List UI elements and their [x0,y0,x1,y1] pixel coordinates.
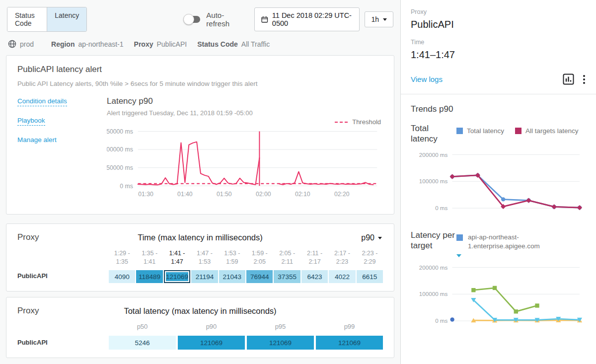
app-root: Status Code Latency Auto-refresh 11 Dec … [0,0,596,364]
target-legend-label: api-ap-northeast-1.enterprise.apigee.com [468,233,586,252]
alert-card: PublicAPI latency alert Public API Laten… [6,55,394,215]
percentile-column: p505246 [109,323,176,350]
manage-alert-link[interactable]: Manage alert [17,136,57,144]
time-table-column: 1:47 -1:5321194 [191,249,218,283]
topbar: Status Code Latency Auto-refresh 11 Dec … [0,0,400,37]
alert-chart-subtitle: Alert triggered Tuesday, Dec 11, 2018 01… [107,109,383,117]
svg-text:50000 ms: 50000 ms [107,164,133,171]
percentile-cell[interactable]: 121069 [247,336,314,350]
time-table-column: 1:29 -1:354090 [109,249,135,283]
condition-details-link[interactable]: Condition details [17,97,67,106]
filter-region-label: Region [51,40,74,48]
percentile-header: p50 [109,323,176,333]
chevron-down-icon [383,18,387,21]
time-bucket-cell[interactable]: 76944 [246,270,273,283]
threshold-dash-icon [335,122,348,123]
time-bucket-cell[interactable]: 37355 [274,270,300,283]
time-table-column: 2:23 -2:296615 [357,249,383,283]
trends-title: Trends p90 [411,104,586,114]
all-targets-legend-label: All targets latency [525,127,579,135]
time-bucket-cell[interactable]: 6615 [357,270,383,283]
svg-text:100000 ms: 100000 ms [107,146,133,153]
time-bucket-cell[interactable]: 4090 [109,270,135,283]
svg-text:01:50: 01:50 [217,191,232,198]
time-table-column: 1:35 -1:41118489 [136,249,162,283]
percentile-dropdown[interactable]: p90 [361,233,382,242]
percentile-cell[interactable]: 121069 [178,336,245,350]
datetime-picker-button[interactable]: 11 Dec 2018 02:29 UTC-0500 [254,7,360,31]
percentile-header: p95 [247,323,314,333]
total-latency-label: Total latency [411,121,456,145]
more-options-icon[interactable] [582,74,586,85]
svg-text:0 ms: 0 ms [120,183,133,190]
total-latency-section: Total latency Total latency All targets … [411,121,586,145]
time-bucket-cell[interactable]: 21043 [219,270,245,283]
threshold-label: Threshold [352,118,381,126]
toggle-knob [183,14,194,25]
environment-chip: prod [8,40,34,48]
svg-text:02:00: 02:00 [256,191,271,198]
time-range-dropdown[interactable]: 1h [365,11,393,27]
total-latency-swatch [456,128,463,134]
total-table-columns: p505246p90121069p95121069p99121069 [109,323,383,350]
alert-chart-block: Latency p90 Alert triggered Tuesday, Dec… [107,96,383,209]
svg-text:100000 ms: 100000 ms [419,178,448,184]
time-bucket-header: 1:47 -1:53 [191,249,218,267]
time-bucket-cell[interactable]: 21194 [191,270,218,283]
time-bucket-header: 2:05 -2:11 [274,249,300,267]
percentile-cell[interactable]: 121069 [316,336,383,350]
environment-value: prod [20,40,34,48]
auto-refresh-toggle[interactable] [185,16,200,23]
time-value: 1:41–1:47 [411,49,586,61]
filter-bar: prod Region ap-northeast-1 Proxy PublicA… [0,37,400,55]
alert-title: PublicAPI latency alert [17,65,383,74]
panel-divider [401,94,596,94]
time-bucket-cell[interactable]: 121069 [164,270,190,283]
trends-legend: Total latency All targets latency [456,127,586,135]
time-table-column: 1:53 -1:5921043 [219,249,245,283]
time-bucket-header: 2:23 -2:29 [357,249,383,267]
total-latency-legend-label: Total latency [467,127,504,135]
proxy-value: PublicAPI [411,19,586,30]
latency-per-target-label: Latency per target [411,228,456,258]
percentile-header: p90 [178,323,245,333]
tab-status-code[interactable]: Status Code [7,7,47,31]
time-label: Time [411,39,586,46]
filter-proxy-label: Proxy [134,40,153,48]
percentile-column: p99121069 [316,323,383,350]
target-dropdown-icon[interactable] [456,254,461,257]
alert-description: Public API Latency alerts, 90th %ile > 6… [17,80,383,87]
bar-chart-icon[interactable] [563,73,574,85]
time-bucket-cell[interactable]: 6423 [301,270,328,283]
filter-region-value: ap-northeast-1 [78,40,123,48]
view-logs-link[interactable]: View logs [411,75,443,83]
all-targets-swatch [515,128,522,134]
chevron-down-icon [378,237,382,239]
svg-text:02:10: 02:10 [295,191,310,198]
filter-status-label: Status Code [197,40,238,48]
auto-refresh-control: Auto-refresh [185,11,240,28]
metric-tab-group: Status Code Latency [7,7,87,32]
time-table-column: 1:59 -2:0576944 [246,249,273,283]
playbook-link[interactable]: Playbook [17,117,45,126]
latency-per-target-chart[interactable]: 200000 ms100000 ms0 ms [411,258,586,334]
time-table-proxy-header: Proxy [17,232,39,242]
tab-latency[interactable]: Latency [47,7,86,31]
time-bucket-header: 1:41 -1:47 [164,249,190,267]
globe-icon [8,40,16,48]
time-range-value: 1h [371,15,379,23]
svg-text:0 ms: 0 ms [435,205,447,211]
time-bucket-cell[interactable]: 118489 [136,270,162,283]
time-bucket-cell[interactable]: 4022 [329,270,355,283]
total-latency-chart[interactable]: 200000 ms100000 ms0 ms [411,146,586,221]
alert-chart[interactable]: 150000 ms100000 ms50000 ms0 ms01:3001:40… [107,124,383,209]
time-table-column: 1:41 -1:47121069 [164,249,190,283]
cards-container: PublicAPI latency alert Public API Laten… [0,55,400,358]
filter-proxy-value: PublicAPI [156,40,187,48]
target-swatch [456,234,463,241]
svg-text:200000 ms: 200000 ms [419,264,448,271]
time-bucket-header: 1:35 -1:41 [136,249,162,267]
percentile-cell[interactable]: 5246 [109,336,176,350]
total-table-proxy-header: Proxy [17,306,39,316]
auto-refresh-label: Auto-refresh [206,11,240,28]
